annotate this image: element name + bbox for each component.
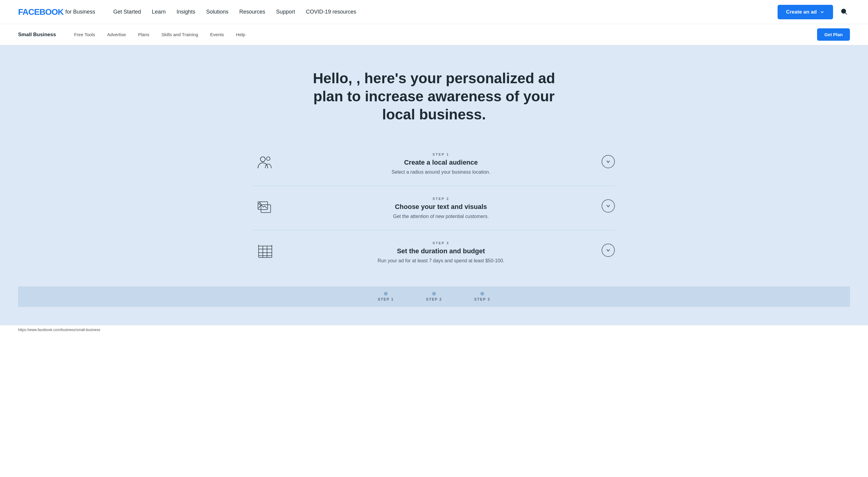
hero-section: Hello, , here's your personalized ad pla… xyxy=(0,45,868,325)
svg-line-1 xyxy=(845,13,847,15)
sub-nav-links: Free Tools Advertise Plans Skills and Tr… xyxy=(74,32,817,37)
step-2-expand-button[interactable] xyxy=(601,199,615,213)
status-bar: https://www.facebook.com/business/small-… xyxy=(0,325,868,334)
step-3-label: STEP 3 xyxy=(286,241,595,245)
nav-link-insights[interactable]: Insights xyxy=(177,9,195,15)
step-1-content: STEP 1 Create a local audience Select a … xyxy=(286,153,595,175)
step-3-expand-button[interactable] xyxy=(601,244,615,257)
step-1-title: Create a local audience xyxy=(286,158,595,167)
logo: FACEBOOK for Business xyxy=(18,7,95,17)
step-3-icon-wrap xyxy=(253,242,277,261)
visuals-icon xyxy=(256,198,274,216)
progress-step-1: STEP 1 xyxy=(362,292,410,301)
logo-for-business: for Business xyxy=(65,9,95,15)
get-plan-button[interactable]: Get Plan xyxy=(817,28,850,41)
budget-icon xyxy=(256,242,274,261)
step-2-description: Get the attention of new potential custo… xyxy=(286,214,595,219)
steps-container: STEP 1 Create a local audience Select a … xyxy=(253,142,615,287)
progress-step-2: STEP 2 xyxy=(410,292,458,301)
nav-link-get-started[interactable]: Get Started xyxy=(113,9,141,15)
status-url: https://www.facebook.com/business/small-… xyxy=(18,328,100,332)
step-3-description: Run your ad for at least 7 days and spen… xyxy=(286,258,595,264)
sub-nav-skills-training[interactable]: Skills and Training xyxy=(161,32,198,37)
nav-link-solutions[interactable]: Solutions xyxy=(206,9,228,15)
chevron-down-icon xyxy=(820,10,825,14)
nav-link-resources[interactable]: Resources xyxy=(239,9,265,15)
step-3-content: STEP 3 Set the duration and budget Run y… xyxy=(286,241,595,264)
progress-step-3-label: STEP 3 xyxy=(474,297,490,301)
step-3-row: STEP 3 Set the duration and budget Run y… xyxy=(253,230,615,274)
hero-heading: Hello, , here's your personalized ad pla… xyxy=(299,69,569,124)
step-1-icon-wrap xyxy=(253,154,277,172)
search-button[interactable] xyxy=(838,5,850,19)
nav-link-learn[interactable]: Learn xyxy=(152,9,166,15)
chevron-down-icon-step3 xyxy=(606,247,611,253)
step-2-icon-wrap xyxy=(253,198,277,216)
search-icon xyxy=(840,8,847,15)
progress-step-3: STEP 3 xyxy=(458,292,506,301)
top-nav-right: Create an ad xyxy=(778,5,850,19)
sub-nav-advertise[interactable]: Advertise xyxy=(107,32,126,37)
nav-link-covid[interactable]: COVID-19 resources xyxy=(306,9,356,15)
audience-icon xyxy=(256,154,274,172)
chevron-down-icon-step1 xyxy=(606,159,611,164)
top-navigation: FACEBOOK for Business Get Started Learn … xyxy=(0,0,868,24)
sub-nav-help[interactable]: Help xyxy=(236,32,245,37)
step-1-label: STEP 1 xyxy=(286,153,595,156)
nav-link-support[interactable]: Support xyxy=(276,9,295,15)
step-2-row: STEP 2 Choose your text and visuals Get … xyxy=(253,186,615,230)
progress-step-1-label: STEP 1 xyxy=(378,297,394,301)
step-2-content: STEP 2 Choose your text and visuals Get … xyxy=(286,197,595,219)
progress-bar: STEP 1 STEP 2 STEP 3 xyxy=(18,287,850,307)
create-ad-label: Create an ad xyxy=(786,9,817,15)
sub-nav-free-tools[interactable]: Free Tools xyxy=(74,32,95,37)
svg-point-4 xyxy=(260,157,265,161)
progress-dot-1 xyxy=(384,292,388,296)
progress-dot-3 xyxy=(480,292,484,296)
sub-nav-brand: Small Business xyxy=(18,32,56,38)
svg-point-0 xyxy=(841,9,846,13)
logo-facebook: FACEBOOK xyxy=(18,7,64,17)
sub-nav-events[interactable]: Events xyxy=(210,32,224,37)
sub-navigation: Small Business Free Tools Advertise Plan… xyxy=(0,24,868,45)
step-1-description: Select a radius around your business loc… xyxy=(286,170,595,175)
svg-point-7 xyxy=(259,203,261,204)
step-1-expand-button[interactable] xyxy=(601,155,615,168)
step-2-title: Choose your text and visuals xyxy=(286,203,595,211)
step-1-row: STEP 1 Create a local audience Select a … xyxy=(253,142,615,186)
step-3-title: Set the duration and budget xyxy=(286,247,595,255)
sub-nav-plans[interactable]: Plans xyxy=(138,32,150,37)
nav-links: Get Started Learn Insights Solutions Res… xyxy=(113,9,778,15)
step-2-label: STEP 2 xyxy=(286,197,595,201)
progress-step-2-label: STEP 2 xyxy=(426,297,442,301)
svg-point-3 xyxy=(267,157,270,160)
create-ad-button[interactable]: Create an ad xyxy=(778,5,833,19)
progress-dot-2 xyxy=(432,292,436,296)
chevron-down-icon-step2 xyxy=(606,203,611,209)
